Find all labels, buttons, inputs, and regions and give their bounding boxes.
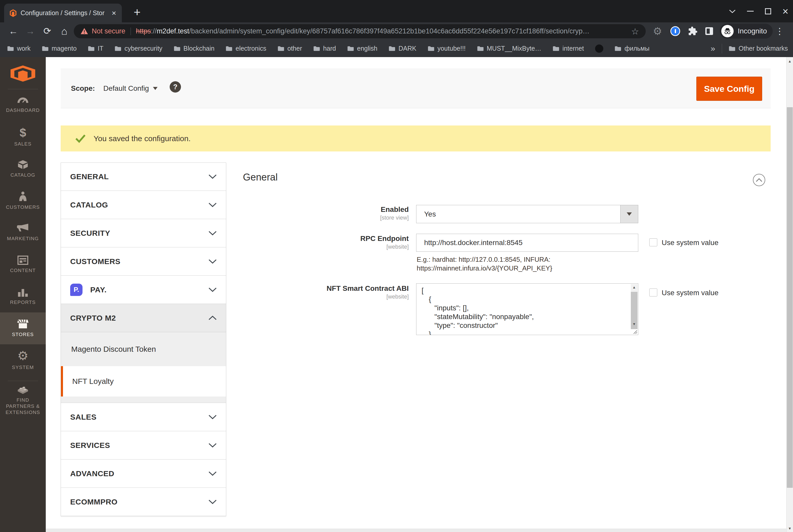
- abi-use-system-value-checkbox[interactable]: [649, 288, 657, 297]
- not-secure-label[interactable]: Not secure: [92, 27, 125, 35]
- sidebar-item-find-partners[interactable]: FIND PARTNERS & EXTENSIONS: [0, 381, 46, 420]
- tab-search-chevron-icon[interactable]: [729, 9, 736, 13]
- sidebar-item-marketing[interactable]: MARKETING: [0, 217, 46, 249]
- onepassword-extension-icon[interactable]: [671, 22, 680, 40]
- browser-menu-icon[interactable]: ⋮: [773, 22, 786, 40]
- scope-label: Scope:: [71, 84, 95, 93]
- resize-grip-icon[interactable]: [633, 329, 637, 334]
- rpc-use-system-value-label: Use system value: [662, 239, 718, 247]
- forward-button[interactable]: →: [23, 22, 38, 40]
- close-window-button[interactable]: ×: [782, 6, 788, 17]
- abi-field-label: NFT Smart Contract ABI [website]: [257, 284, 409, 301]
- bookmark-folder[interactable]: DARK: [389, 45, 416, 52]
- sidebar-item-sales[interactable]: $ SALES: [0, 121, 46, 153]
- sidebar-item-content[interactable]: CONTENT: [0, 249, 46, 281]
- bookmark-star-icon[interactable]: ☆: [631, 26, 639, 37]
- browser-tab[interactable]: Configuration / Settings / Stor ×: [4, 4, 122, 22]
- subsection-nft-loyalty[interactable]: NFT Loyalty: [61, 366, 226, 397]
- bookmark-folder[interactable]: MUST__MixByte…: [477, 45, 542, 52]
- chevron-down-icon: [209, 500, 217, 504]
- config-section-services[interactable]: SERVICES: [61, 431, 226, 459]
- enabled-select-value: Yes: [424, 205, 436, 223]
- address-bar[interactable]: Not secure https://m2def.test/backend/ad…: [74, 24, 646, 38]
- config-section-crypto-m2[interactable]: CRYPTO M2: [61, 304, 226, 332]
- bookmark-folder[interactable]: фильмы: [615, 45, 649, 52]
- bookmark-folder[interactable]: other: [277, 45, 302, 52]
- scroll-down-icon[interactable]: ▼: [631, 322, 637, 326]
- config-section-security[interactable]: SECURITY: [61, 219, 226, 247]
- scope-help-icon[interactable]: ?: [170, 81, 181, 93]
- reload-button[interactable]: ⟳: [40, 22, 55, 40]
- bookmark-folder[interactable]: IT: [88, 45, 103, 52]
- back-button[interactable]: ←: [6, 22, 21, 40]
- chevron-down-icon: [209, 231, 217, 235]
- abi-textarea[interactable]: [ { "inputs": [], "stateMutability": "no…: [416, 283, 638, 335]
- config-section-ecommpro[interactable]: ECOMMPRO: [61, 488, 226, 516]
- scroll-up-icon[interactable]: ▲: [787, 59, 793, 63]
- side-panel-icon[interactable]: [705, 22, 713, 40]
- sidebar-item-customers[interactable]: CUSTOMERS: [0, 185, 46, 217]
- sidebar-item-reports[interactable]: REPORTS: [0, 281, 46, 312]
- scroll-down-icon[interactable]: ▼: [787, 526, 793, 530]
- bookmark-folder[interactable]: youtube!!!: [428, 45, 466, 52]
- minimize-button[interactable]: [747, 11, 754, 12]
- bookmark-folder[interactable]: cybersecurity: [115, 45, 162, 52]
- other-bookmarks-button[interactable]: Other bookmarks: [729, 45, 788, 52]
- page-scrollbar[interactable]: ▲ ▼: [786, 57, 793, 532]
- omnibox-divider: [131, 27, 131, 35]
- extension-gear-icon[interactable]: ⚙: [653, 22, 662, 40]
- enabled-select[interactable]: Yes: [416, 205, 638, 223]
- rpc-endpoint-field-label: RPC Endpoint [website]: [257, 234, 409, 251]
- bookmark-folder[interactable]: magento: [42, 45, 77, 52]
- sidebar-item-catalog[interactable]: CATALOG: [0, 153, 46, 185]
- sidebar-item-dashboard[interactable]: DASHBOARD: [0, 89, 46, 121]
- config-section-catalog[interactable]: CATALOG: [61, 191, 226, 219]
- abi-use-system-value-label: Use system value: [662, 289, 718, 297]
- chevron-down-icon: [209, 203, 217, 207]
- check-icon: [75, 134, 86, 143]
- github-bookmark-icon[interactable]: [595, 44, 603, 53]
- bookmark-folder[interactable]: internet: [553, 45, 584, 52]
- person-icon: [19, 191, 27, 202]
- textarea-scrollbar[interactable]: ▲ ▼: [631, 284, 637, 327]
- bookmarks-overflow-chevron[interactable]: »: [711, 44, 715, 53]
- config-section-general[interactable]: GENERAL: [61, 163, 226, 191]
- magento-logo[interactable]: [11, 63, 35, 84]
- tab-close-icon[interactable]: ×: [112, 9, 116, 17]
- success-message: You saved the configuration.: [61, 126, 771, 151]
- scroll-up-icon[interactable]: ▲: [631, 285, 637, 289]
- bookmark-folder[interactable]: electronics: [226, 45, 266, 52]
- config-section-pay[interactable]: P. PAY.: [61, 276, 226, 304]
- save-config-button[interactable]: Save Config: [696, 77, 762, 101]
- not-secure-warning-icon: [80, 28, 88, 35]
- select-arrow-button[interactable]: [620, 205, 638, 223]
- config-section-advanced[interactable]: ADVANCED: [61, 459, 226, 488]
- scope-switcher[interactable]: Default Config: [103, 84, 158, 93]
- bookmark-folder[interactable]: english: [347, 45, 378, 52]
- admin-sidebar: DASHBOARD $ SALES CATALOG CUSTOMERS MARK…: [0, 57, 46, 532]
- bookmark-folder[interactable]: Blockchain: [174, 45, 215, 52]
- collapse-section-button[interactable]: [753, 174, 765, 186]
- megaphone-icon: [17, 224, 29, 233]
- subsection-magento-discount-token[interactable]: Magento Discount Token: [61, 332, 226, 366]
- page-scrollbar-thumb[interactable]: [787, 107, 793, 488]
- magento-favicon-icon: [10, 9, 17, 17]
- rpc-use-system-value-checkbox[interactable]: [649, 239, 657, 246]
- new-tab-button[interactable]: +: [134, 6, 141, 18]
- sidebar-item-stores[interactable]: STORES: [0, 312, 46, 344]
- bookmark-folder[interactable]: hard: [313, 45, 336, 52]
- bar-chart-icon: [18, 287, 28, 297]
- layout-icon: [18, 255, 28, 265]
- chevron-down-icon: [209, 415, 217, 419]
- chevron-up-icon: [756, 178, 762, 182]
- rpc-endpoint-input[interactable]: http://host.docker.internal:8545: [416, 234, 638, 252]
- bookmark-folder[interactable]: work: [7, 45, 31, 52]
- extensions-puzzle-icon[interactable]: [688, 22, 698, 40]
- config-section-sales[interactable]: SALES: [61, 403, 226, 431]
- sidebar-item-system[interactable]: ⚙ SYSTEM: [0, 344, 46, 376]
- store-icon: [17, 319, 29, 329]
- config-section-customers[interactable]: CUSTOMERS: [61, 247, 226, 276]
- maximize-button[interactable]: [765, 8, 771, 14]
- home-button[interactable]: ⌂: [57, 22, 72, 40]
- bookmarks-separator: [722, 44, 722, 54]
